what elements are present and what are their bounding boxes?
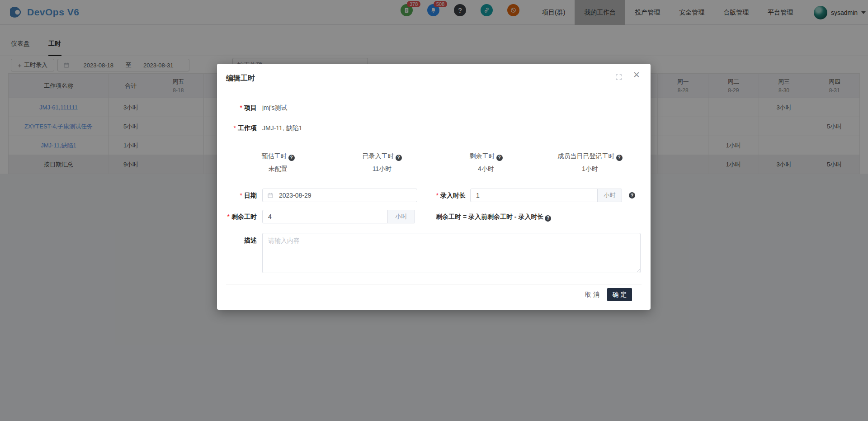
date-label: *日期 — [217, 189, 257, 202]
required-asterisk: * — [234, 124, 236, 132]
edit-worktime-dialog: 编辑工时 ✕ *项目 jmj's测试 *工作项 JMJ-11, 缺陷1 预估工时… — [217, 64, 651, 310]
stat-label: 成员当日已登记工时? — [538, 152, 642, 161]
remaining-unit-addon: 小时 — [387, 210, 415, 223]
project-label: *项目 — [217, 103, 257, 113]
required-asterisk: * — [227, 213, 230, 220]
duration-help-icon[interactable]: ? — [629, 192, 635, 199]
workitem-value: JMJ-11, 缺陷1 — [262, 123, 302, 133]
stat-value: 11小时 — [330, 165, 434, 173]
duration-input-value: 1 — [471, 192, 597, 199]
stat-value: 4小时 — [434, 165, 538, 173]
remaining-label: *剩余工时 — [217, 210, 257, 223]
stat-value: 1小时 — [538, 165, 642, 173]
stat-item: 剩余工时?4小时 — [434, 152, 538, 173]
stat-item: 预估工时?未配置 — [226, 152, 330, 173]
footer-divider — [226, 284, 642, 284]
stat-item: 已录入工时?11小时 — [330, 152, 434, 173]
workitem-label: *工作项 — [217, 123, 257, 133]
remaining-input[interactable]: 4 小时 — [262, 210, 415, 223]
worktime-stats: 预估工时?未配置已录入工时?11小时剩余工时?4小时成员当日已登记工时?1小时 — [226, 152, 642, 173]
date-input[interactable]: 2023-08-29 — [262, 189, 417, 202]
formula-help-icon[interactable]: ? — [545, 215, 551, 222]
cancel-button[interactable]: 取 消 — [579, 288, 606, 301]
required-asterisk: * — [240, 192, 242, 199]
fullscreen-icon[interactable] — [615, 73, 623, 81]
stat-label: 预估工时? — [226, 152, 330, 161]
duration-label: *录入时长 — [416, 189, 466, 202]
stat-label: 已录入工时? — [330, 152, 434, 161]
calendar-icon — [267, 192, 274, 199]
stat-item: 成员当日已登记工时?1小时 — [538, 152, 642, 173]
help-icon[interactable]: ? — [288, 155, 295, 161]
description-label: 描述 — [217, 236, 257, 245]
duration-input[interactable]: 1 小时 — [470, 189, 622, 202]
required-asterisk: * — [240, 104, 242, 111]
dialog-title: 编辑工时 — [226, 74, 255, 83]
help-icon[interactable]: ? — [396, 155, 402, 161]
required-asterisk: * — [436, 192, 439, 199]
remaining-formula: 剩余工时 = 录入前剩余工时 - 录入时长? — [436, 210, 551, 223]
stat-label: 剩余工时? — [434, 152, 538, 161]
duration-unit-addon: 小时 — [597, 189, 622, 202]
stat-value: 未配置 — [226, 165, 330, 173]
remaining-input-value: 4 — [263, 213, 387, 220]
help-icon[interactable]: ? — [496, 155, 503, 161]
help-icon[interactable]: ? — [616, 155, 623, 161]
date-input-value: 2023-08-29 — [274, 192, 417, 199]
project-value: jmj's测试 — [262, 103, 288, 113]
close-icon[interactable]: ✕ — [633, 71, 640, 79]
description-textarea[interactable] — [262, 233, 641, 273]
confirm-button[interactable]: 确 定 — [607, 288, 632, 301]
